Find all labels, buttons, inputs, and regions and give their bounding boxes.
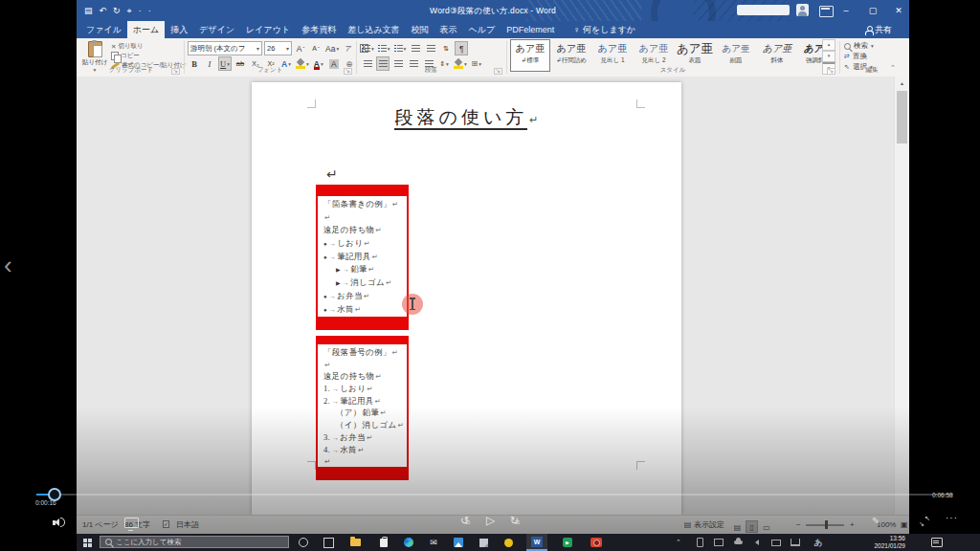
cortana-button[interactable] <box>295 534 312 551</box>
collapse-ribbon-icon[interactable]: ⌃ <box>890 64 896 72</box>
zoom-out-button[interactable]: − <box>796 516 801 534</box>
tab-5[interactable]: 参考資料 <box>296 21 342 38</box>
exit-fullscreen-icon[interactable]: ↖ ↘ <box>919 515 932 527</box>
copy-button[interactable]: コピー <box>111 52 140 60</box>
zoom-in-button[interactable]: + <box>850 516 855 534</box>
volume-icon[interactable] <box>53 518 65 527</box>
tab-6[interactable]: 差し込み文書 <box>342 21 405 38</box>
notification-center-button[interactable] <box>928 534 946 551</box>
previous-button[interactable]: ‹ <box>4 253 12 277</box>
styles-scroll-down-icon[interactable]: ▾ <box>822 51 835 62</box>
person-icon <box>865 26 872 33</box>
grow-font-button[interactable]: Aˆ <box>294 41 307 55</box>
display-icon[interactable] <box>124 518 139 528</box>
tray-onedrive-button[interactable] <box>731 534 745 551</box>
zoom-fit-icon[interactable]: ▣ <box>901 516 908 534</box>
tray-volume-button[interactable] <box>750 534 764 551</box>
tab-2[interactable]: 挿入 <box>165 21 193 38</box>
tab-10[interactable]: PDFelement <box>501 21 560 38</box>
recorder-app-button[interactable] <box>588 534 605 551</box>
proofing-icon[interactable]: ✓ <box>163 520 169 528</box>
increase-indent-button[interactable] <box>424 41 437 55</box>
show-formatting-marks-button[interactable]: ¶ <box>455 41 468 55</box>
ruby-button[interactable]: ア <box>342 41 355 55</box>
font-dialog-launcher[interactable]: ↘ <box>344 68 352 75</box>
video-timeline-handle[interactable] <box>48 488 61 501</box>
yellow-app-button[interactable] <box>500 534 517 551</box>
tab-3[interactable]: デザイン <box>193 21 240 38</box>
forward-30-button[interactable]: ↻30 <box>510 515 519 527</box>
tab-7[interactable]: 校閲 <box>406 21 434 38</box>
tell-me-box[interactable]: ♀ 何をしますか <box>573 21 635 38</box>
video-right-strip <box>909 0 980 534</box>
decrease-indent-button[interactable] <box>409 41 422 55</box>
sticky-app-button[interactable] <box>475 534 492 551</box>
numbering-button[interactable]: ▾ <box>377 41 391 55</box>
page-indicator[interactable]: 1/1 ページ <box>82 516 119 534</box>
replace-button[interactable]: ⇄ 置換 <box>844 52 867 61</box>
mail-button[interactable]: ✉ <box>425 534 442 551</box>
tray-pc-button[interactable] <box>712 534 725 551</box>
language-indicator[interactable]: 日本語 <box>176 516 199 534</box>
style-label: ↲標準 <box>511 56 549 65</box>
shrink-font-button[interactable]: Aˇ <box>309 41 323 55</box>
play-button[interactable]: ▷ <box>486 514 495 527</box>
account-name <box>737 5 790 15</box>
close-button[interactable]: ✕ <box>888 0 909 21</box>
green-app-button[interactable]: ▶ <box>559 534 576 551</box>
multilevel-list-button[interactable]: ▾ <box>393 41 408 55</box>
bullets-button[interactable]: ▾ <box>361 41 375 55</box>
task-view-button[interactable] <box>320 534 337 551</box>
find-button[interactable]: 検索 ▾ <box>844 41 874 51</box>
pen-tool-icon[interactable]: ✎ <box>872 516 880 526</box>
file-explorer-button[interactable] <box>346 534 364 551</box>
maximize-button[interactable]: ▢ <box>862 0 883 21</box>
share-button[interactable]: 共有 <box>865 21 892 38</box>
read-mode-icon[interactable]: ▤ <box>731 521 744 534</box>
avatar[interactable] <box>796 4 809 16</box>
minimize-button[interactable]: – <box>835 0 857 21</box>
tab-9[interactable]: ヘルプ <box>463 21 501 38</box>
start-button[interactable] <box>78 534 96 551</box>
display-settings-button[interactable]: ▤ 表示設定 <box>683 516 724 534</box>
tell-me-label: 何をしますか <box>583 24 635 36</box>
red-bar-top <box>316 336 409 344</box>
sort-button[interactable]: ⇅ <box>439 41 453 55</box>
print-layout-icon[interactable]: ▯ <box>746 520 758 533</box>
tab-8[interactable]: 表示 <box>434 21 463 38</box>
store-button[interactable] <box>375 534 392 551</box>
styles-scroll-up-icon[interactable]: ▴ <box>822 39 835 51</box>
cut-button[interactable]: ✕ 切り取り <box>111 42 144 51</box>
web-layout-icon[interactable]: ▭ <box>760 521 772 534</box>
zoom-slider-track[interactable] <box>806 524 844 526</box>
clock[interactable]: 13:562021/01/29 <box>842 534 905 551</box>
video-timeline-track[interactable] <box>36 494 953 496</box>
ribbon-display-options-icon[interactable] <box>819 6 834 17</box>
rewind-10-button[interactable]: ↺10 <box>460 515 469 527</box>
paragraph-mark: ↵ <box>529 114 538 125</box>
font-size-combo[interactable]: 26 ▾ <box>264 41 292 55</box>
tray-expand-button[interactable]: ⌃ <box>672 534 685 551</box>
tray-display-button[interactable] <box>769 534 783 551</box>
tab-1[interactable]: ホーム <box>127 21 165 38</box>
ime-mode-button[interactable]: あ <box>812 534 825 551</box>
change-case-button[interactable]: Aa▾ <box>324 41 340 55</box>
styles-dialog-launcher[interactable]: ↘ <box>827 68 835 75</box>
document-page[interactable]: 段落の使い方↵ ↵ 「箇条書きの例」↵↵遠足の持ち物↵●→しおり↵●→筆記用具↵… <box>252 82 681 515</box>
taskbar-search[interactable]: ここに入力して検索 <box>100 536 289 548</box>
tab-4[interactable]: レイアウト <box>240 21 296 38</box>
clipboard-dialog-launcher[interactable]: ↘ <box>171 68 180 75</box>
more-options-button[interactable]: ··· <box>946 513 958 523</box>
zoom-slider-thumb[interactable] <box>825 520 828 529</box>
font-name-combo[interactable]: 游明朝 (本文のフ ▾ <box>188 41 262 55</box>
edge-button[interactable] <box>400 534 417 551</box>
photos-button[interactable] <box>450 534 467 551</box>
tray-network-button[interactable] <box>789 534 802 551</box>
tray-phone-button[interactable] <box>693 534 706 551</box>
tab-0[interactable]: ファイル <box>80 21 127 38</box>
vertical-scrollbar[interactable]: ▴ <box>894 77 909 515</box>
word-taskbar-button[interactable]: W <box>526 534 547 551</box>
paragraph-dialog-launcher[interactable]: ↘ <box>494 68 502 75</box>
scrollbar-thumb[interactable] <box>897 91 907 143</box>
scroll-up-icon[interactable]: ▴ <box>895 77 909 90</box>
